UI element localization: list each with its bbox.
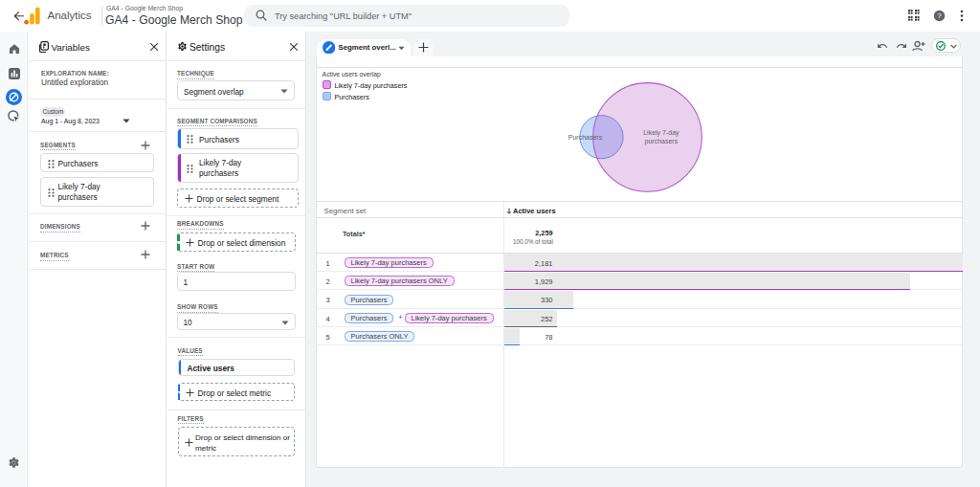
svg-text:?: ? [937, 11, 942, 20]
svg-text:Purchasers: Purchasers [568, 134, 602, 141]
svg-text:Likely 7-day: Likely 7-day [643, 129, 679, 137]
svg-text:purchasers: purchasers [644, 138, 678, 145]
